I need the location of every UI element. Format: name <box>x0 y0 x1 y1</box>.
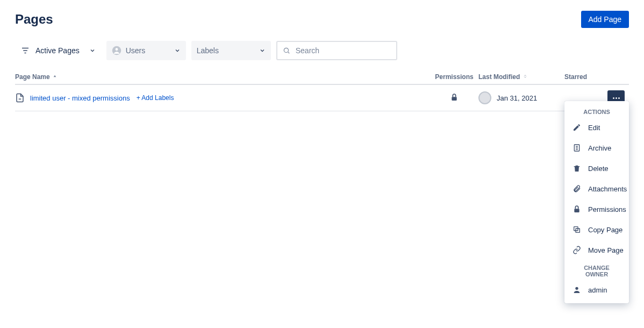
add-page-button[interactable]: Add Page <box>581 11 629 28</box>
user-icon <box>572 285 582 295</box>
menu-attachments[interactable]: Attachments <box>564 179 629 199</box>
actions-header: ACTIONS <box>564 104 629 117</box>
add-labels-link[interactable]: + Add Labels <box>137 94 174 102</box>
actions-menu: ACTIONS Edit Archive Delete Attachments <box>564 101 629 303</box>
trash-icon <box>572 163 582 173</box>
search-icon <box>283 47 290 54</box>
link-icon <box>572 245 582 255</box>
table-row: limited user - mixed permissions + Add L… <box>15 85 629 111</box>
col-header-name[interactable]: Page Name <box>15 73 430 81</box>
change-owner-header: CHANGE OWNER <box>564 260 629 280</box>
lock-icon <box>430 93 478 102</box>
lock-icon <box>572 204 582 214</box>
sort-asc-icon <box>53 74 57 79</box>
page-link[interactable]: limited user - mixed permissions <box>30 94 130 102</box>
filter-labels-label: Labels <box>197 46 219 55</box>
sort-icon <box>523 74 527 79</box>
copy-icon <box>572 225 582 234</box>
modified-date: Jan 31, 2021 <box>497 94 537 102</box>
svg-marker-7 <box>54 75 56 77</box>
filter-active-pages[interactable]: Active Pages <box>15 42 101 59</box>
filter-users[interactable]: Users <box>106 41 186 60</box>
page-title: Pages <box>15 12 53 27</box>
svg-point-5 <box>284 48 288 52</box>
filter-labels[interactable]: Labels <box>191 41 271 60</box>
menu-archive[interactable]: Archive <box>564 138 629 158</box>
menu-edit[interactable]: Edit <box>564 117 629 138</box>
svg-rect-9 <box>452 97 456 101</box>
avatar <box>478 91 491 104</box>
menu-permissions[interactable]: Permissions <box>564 199 629 219</box>
attachment-icon <box>572 184 582 194</box>
menu-copy[interactable]: Copy Page <box>564 219 629 240</box>
filter-users-label: Users <box>126 46 146 55</box>
col-header-modified[interactable]: Last Modified <box>478 73 564 81</box>
col-header-permissions[interactable]: Permissions <box>430 73 478 81</box>
search-box[interactable] <box>276 41 397 60</box>
archive-icon <box>572 143 582 153</box>
svg-line-6 <box>288 52 289 54</box>
svg-point-4 <box>115 48 118 51</box>
page-icon <box>15 93 25 103</box>
chevron-down-icon <box>259 47 266 54</box>
menu-move[interactable]: Move Page <box>564 240 629 260</box>
svg-point-17 <box>575 287 578 290</box>
pages-table: Page Name Permissions Last Modified Star… <box>15 70 629 111</box>
menu-owner[interactable]: admin <box>564 280 629 300</box>
col-header-starred[interactable]: Starred <box>564 73 607 81</box>
svg-rect-14 <box>574 209 579 212</box>
user-icon <box>112 46 121 55</box>
chevron-down-icon <box>174 47 181 54</box>
pagination: 1-11 of 11 <box>15 111 629 134</box>
filter-active-label: Active Pages <box>35 46 80 55</box>
menu-delete[interactable]: Delete <box>564 158 629 179</box>
filter-icon <box>20 46 30 55</box>
search-input[interactable] <box>295 46 391 55</box>
edit-icon <box>572 123 582 132</box>
chevron-down-icon <box>89 47 96 54</box>
